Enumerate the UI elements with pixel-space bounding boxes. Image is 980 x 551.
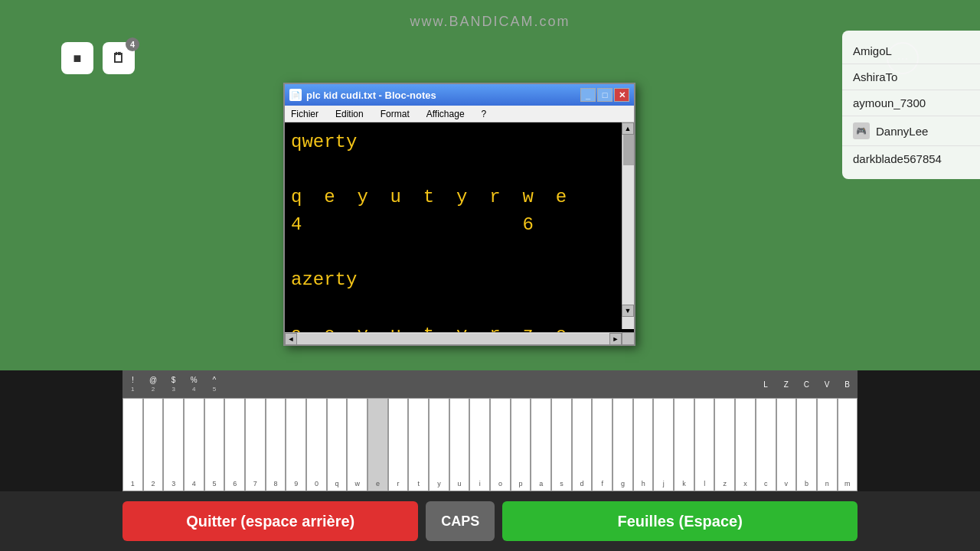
key-p[interactable]: p <box>511 398 531 491</box>
key-h[interactable]: h <box>633 398 654 491</box>
key-7[interactable]: 7 <box>245 398 266 491</box>
scrollbar-vertical[interactable]: ▲ ▼ <box>622 122 634 329</box>
menu-edition[interactable]: Edition <box>332 109 367 119</box>
close-icon: ✕ <box>619 90 626 100</box>
feuilles-button[interactable]: Feuilles (Espace) <box>502 501 858 541</box>
label-at: @2 <box>143 374 164 394</box>
key-6[interactable]: 6 <box>224 398 245 491</box>
key-l[interactable]: l <box>694 398 715 491</box>
piano-keys-row: 1 2 3 4 5 6 7 8 9 0 q w e r t y u i o p … <box>122 398 858 491</box>
key-m[interactable]: m <box>838 398 858 491</box>
scrollbar-corner <box>622 332 634 344</box>
key-8[interactable]: 8 <box>266 398 286 491</box>
sidebar-item-amigol[interactable]: AmigoL <box>842 38 980 64</box>
maximize-icon: □ <box>603 90 608 99</box>
key-3[interactable]: 3 <box>163 398 184 491</box>
key-t[interactable]: t <box>408 398 429 491</box>
minimize-button[interactable]: _ <box>580 88 596 102</box>
sidebar-item-aymoun[interactable]: aymoun_7300 <box>842 90 980 116</box>
key-d[interactable]: d <box>572 398 593 491</box>
quit-button[interactable]: Quitter (espace arrière) <box>122 501 418 541</box>
key-s[interactable]: s <box>551 398 572 491</box>
scroll-thumb-vertical[interactable] <box>623 135 634 165</box>
avatar: 🎮 <box>853 122 870 139</box>
label-v: V <box>817 379 838 390</box>
watermark: www.BANDICAM.com <box>410 14 570 30</box>
player-name: AmigoL <box>853 44 892 57</box>
stop-icon: ■ <box>74 51 82 67</box>
scroll-down-button[interactable]: ▼ <box>622 305 634 317</box>
label-b: B <box>837 379 858 390</box>
bottom-button-bar: Quitter (espace arrière) CAPS Feuilles (… <box>0 491 980 551</box>
notepad-body: qwerty q e y u t y r w e 4 6 azerty a e … <box>285 122 634 344</box>
sidebar-item-darkblade[interactable]: darkblade567854 <box>842 146 980 171</box>
key-r[interactable]: r <box>388 398 409 491</box>
notification-badge: 4 <box>126 37 139 51</box>
players-sidebar: AmigoL AshiraTo aymoun_7300 🎮 DannyLee d… <box>842 31 980 179</box>
caps-button[interactable]: CAPS <box>426 501 495 541</box>
key-b[interactable]: b <box>796 398 817 491</box>
scroll-track-horizontal <box>297 334 609 344</box>
sidebar-item-ashirato[interactable]: AshiraTo <box>842 64 980 90</box>
key-e-active[interactable]: e <box>368 398 388 491</box>
key-k[interactable]: k <box>674 398 694 491</box>
maximize-button[interactable]: □ <box>597 88 612 102</box>
key-u[interactable]: u <box>449 398 470 491</box>
key-z[interactable]: z <box>714 398 735 491</box>
label-dollar: $3 <box>163 374 184 394</box>
key-n[interactable]: n <box>817 398 838 491</box>
menu-format[interactable]: Format <box>377 109 413 119</box>
key-0[interactable]: 0 <box>306 398 327 491</box>
label-caret: ^5 <box>204 374 225 394</box>
key-a[interactable]: a <box>531 398 551 491</box>
key-f[interactable]: f <box>592 398 612 491</box>
stop-button[interactable]: ■ <box>61 42 93 74</box>
key-label-bar: !1 @2 $3 %4 ^5 L Z C V B <box>122 370 858 398</box>
key-i[interactable]: i <box>469 398 490 491</box>
player-name: aymoun_7300 <box>853 96 926 109</box>
close-button[interactable]: ✕ <box>614 88 629 102</box>
label-percent: %4 <box>184 374 204 394</box>
key-o[interactable]: o <box>490 398 511 491</box>
key-2[interactable]: 2 <box>143 398 164 491</box>
key-1[interactable]: 1 <box>122 398 143 491</box>
minimize-icon: _ <box>586 90 590 99</box>
key-g[interactable]: g <box>612 398 633 491</box>
notepad-window: 📄 plc kid cudi.txt - Bloc-notes _ □ ✕ Fi… <box>283 83 635 346</box>
key-4[interactable]: 4 <box>184 398 204 491</box>
notepad-menubar: Fichier Edition Format Affichage ? <box>285 106 634 122</box>
notepad-controls: _ □ ✕ <box>580 88 629 102</box>
key-5[interactable]: 5 <box>204 398 225 491</box>
notepad-icon: 📄 <box>289 89 302 101</box>
menu-affichage[interactable]: Affichage <box>423 109 468 119</box>
notepad-text-area[interactable]: qwerty q e y u t y r w e 4 6 azerty a e … <box>285 122 634 344</box>
key-c[interactable]: c <box>756 398 776 491</box>
scrollbar-horizontal[interactable]: ◄ ► <box>285 332 622 344</box>
scroll-right-button[interactable]: ► <box>609 333 622 345</box>
notification-icon: 🗒 <box>112 51 126 67</box>
key-v[interactable]: v <box>776 398 797 491</box>
notepad-content: qwerty q e y u t y r w e 4 6 azerty a e … <box>291 129 619 344</box>
player-name: darkblade567854 <box>853 152 942 165</box>
key-y[interactable]: y <box>429 398 449 491</box>
label-c: C <box>796 379 817 390</box>
notepad-titlebar[interactable]: 📄 plc kid cudi.txt - Bloc-notes _ □ ✕ <box>285 84 634 106</box>
notifications-button[interactable]: 🗒 4 <box>103 42 135 74</box>
key-x[interactable]: x <box>735 398 756 491</box>
key-9[interactable]: 9 <box>286 398 306 491</box>
scroll-up-button[interactable]: ▲ <box>622 122 634 135</box>
label-l: L <box>756 379 776 390</box>
scroll-left-button[interactable]: ◄ <box>285 333 297 345</box>
player-name: DannyLee <box>876 125 928 138</box>
key-j[interactable]: j <box>653 398 674 491</box>
label-z: Z <box>776 379 796 390</box>
sidebar-item-dannylee[interactable]: 🎮 DannyLee <box>842 116 980 146</box>
top-left-icons: ■ 🗒 4 <box>61 42 135 74</box>
piano-container: !1 @2 $3 %4 ^5 L Z C V B 1 2 3 4 5 6 7 8… <box>0 370 980 491</box>
player-name: AshiraTo <box>853 70 897 83</box>
key-w[interactable]: w <box>347 398 368 491</box>
key-q[interactable]: q <box>327 398 348 491</box>
menu-fichier[interactable]: Fichier <box>288 109 322 119</box>
menu-help[interactable]: ? <box>479 109 490 119</box>
label-exclaim: !1 <box>122 374 143 394</box>
